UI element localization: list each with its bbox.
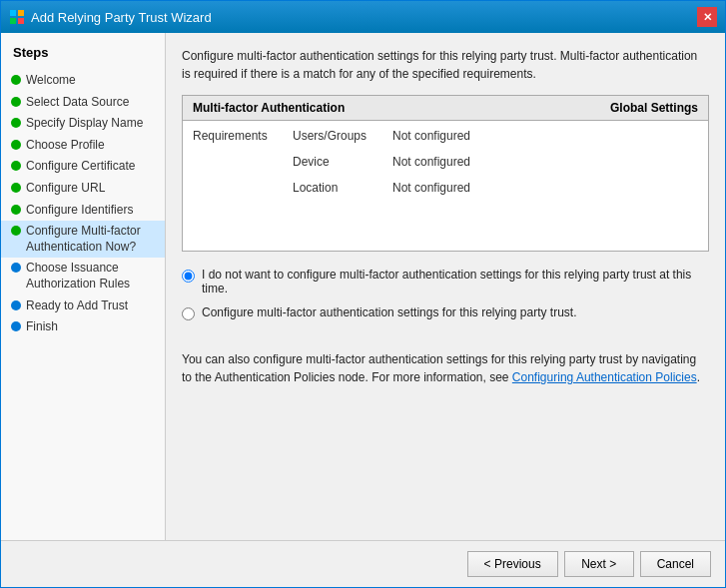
title-bar-left: Add Relying Party Trust Wizard <box>9 9 212 25</box>
sidebar-label-certificate: Configure Certificate <box>26 159 135 175</box>
req-item-name-location: Location <box>293 181 382 195</box>
radio-option-1: I do not want to configure multi-factor … <box>182 268 709 295</box>
dot-finish <box>11 321 21 331</box>
title-bar: Add Relying Party Trust Wizard ✕ <box>1 1 725 33</box>
info-link[interactable]: Configuring Authentication Policies <box>512 370 697 384</box>
main-panel: Configure multi-factor authentication se… <box>166 33 725 540</box>
dot-issuance <box>11 263 21 273</box>
sidebar-label-welcome: Welcome <box>26 73 76 89</box>
radio-label-1: I do not want to configure multi-factor … <box>202 268 709 295</box>
radio-label-2: Configure multi-factor authentication se… <box>202 305 577 319</box>
footer: < Previous Next > Cancel <box>1 540 725 587</box>
dot-ready <box>11 300 21 310</box>
dot-identifiers <box>11 205 21 215</box>
req-items: Users/Groups Not configured Device Not c… <box>293 129 470 195</box>
req-item-name-device: Device <box>293 155 382 169</box>
sidebar-item-ready-to-add[interactable]: Ready to Add Trust <box>1 295 165 317</box>
sidebar-label-url: Configure URL <box>26 181 105 197</box>
sidebar-label-profile: Choose Profile <box>26 138 105 154</box>
radio-do-not-configure[interactable] <box>182 270 195 283</box>
cancel-button[interactable]: Cancel <box>640 551 711 577</box>
mfa-table: Multi-factor Authentication Global Setti… <box>182 95 709 252</box>
content-area: Steps Welcome Select Data Source Specify… <box>1 33 725 540</box>
sidebar: Steps Welcome Select Data Source Specify… <box>1 33 166 540</box>
req-item-device: Device Not configured <box>293 155 470 169</box>
previous-button[interactable]: < Previous <box>467 551 558 577</box>
requirements-row: Requirements Users/Groups Not configured… <box>193 129 698 195</box>
next-button[interactable]: Next > <box>564 551 634 577</box>
mfa-header-left: Multi-factor Authentication <box>193 101 345 115</box>
radio-section: I do not want to configure multi-factor … <box>182 268 709 330</box>
dot-welcome <box>11 75 21 85</box>
sidebar-label-finish: Finish <box>26 319 58 335</box>
sidebar-label-display-name: Specify Display Name <box>26 116 143 132</box>
dot-url <box>11 183 21 193</box>
main-window: Add Relying Party Trust Wizard ✕ Steps W… <box>0 0 726 588</box>
sidebar-item-issuance-rules[interactable]: Choose Issuance Authorization Rules <box>1 258 165 294</box>
sidebar-item-specify-display-name[interactable]: Specify Display Name <box>1 113 165 135</box>
dot-select-data <box>11 97 21 107</box>
dot-profile <box>11 140 21 150</box>
app-icon <box>9 9 25 25</box>
sidebar-item-configure-url[interactable]: Configure URL <box>1 178 165 200</box>
req-item-location: Location Not configured <box>293 181 470 195</box>
req-item-value-device: Not configured <box>392 155 470 169</box>
svg-rect-2 <box>10 18 16 24</box>
sidebar-item-welcome[interactable]: Welcome <box>1 70 165 92</box>
sidebar-label-mfa: Configure Multi-factor Authentication No… <box>26 224 157 255</box>
sidebar-item-configure-identifiers[interactable]: Configure Identifiers <box>1 200 165 222</box>
close-button[interactable]: ✕ <box>697 7 717 27</box>
info-text-after: . <box>697 370 700 384</box>
req-item-users: Users/Groups Not configured <box>293 129 470 143</box>
dot-display-name <box>11 118 21 128</box>
sidebar-item-configure-certificate[interactable]: Configure Certificate <box>1 156 165 178</box>
mfa-table-body: Requirements Users/Groups Not configured… <box>183 121 708 251</box>
req-item-name-users: Users/Groups <box>293 129 382 143</box>
sidebar-heading: Steps <box>1 45 165 70</box>
req-item-value-location: Not configured <box>392 181 470 195</box>
window-title: Add Relying Party Trust Wizard <box>31 10 212 25</box>
radio-option-2: Configure multi-factor authentication se… <box>182 305 709 320</box>
sidebar-label-issuance: Choose Issuance Authorization Rules <box>26 261 157 292</box>
sidebar-item-finish[interactable]: Finish <box>1 316 165 338</box>
dot-certificate <box>11 161 21 171</box>
dot-mfa <box>11 226 21 236</box>
sidebar-item-configure-mfa[interactable]: Configure Multi-factor Authentication No… <box>1 221 165 258</box>
sidebar-label-select-data: Select Data Source <box>26 95 129 111</box>
svg-rect-0 <box>10 10 16 16</box>
sidebar-item-choose-profile[interactable]: Choose Profile <box>1 135 165 157</box>
sidebar-label-identifiers: Configure Identifiers <box>26 203 133 219</box>
mfa-table-header: Multi-factor Authentication Global Setti… <box>183 96 708 121</box>
req-item-value-users: Not configured <box>392 129 470 143</box>
svg-rect-1 <box>18 10 24 16</box>
svg-rect-3 <box>18 18 24 24</box>
sidebar-item-select-data-source[interactable]: Select Data Source <box>1 92 165 114</box>
radio-configure[interactable] <box>182 307 195 320</box>
description-text: Configure multi-factor authentication se… <box>182 47 709 83</box>
info-text: You can also configure multi-factor auth… <box>182 350 709 386</box>
sidebar-label-ready: Ready to Add Trust <box>26 298 128 314</box>
req-label: Requirements <box>193 129 293 143</box>
mfa-header-right: Global Settings <box>610 101 698 115</box>
